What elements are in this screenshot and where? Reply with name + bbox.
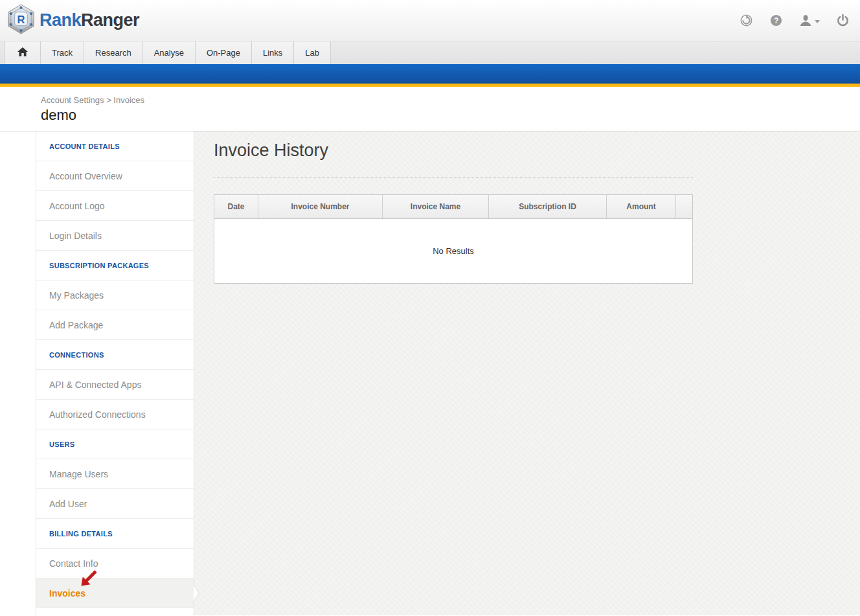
main-nav: Track Research Analyse On-Page Links Lab [0, 41, 860, 64]
breadcrumb[interactable]: Account Settings > Invoices [41, 95, 860, 105]
invoice-table-header: Date Invoice Number Invoice Name Subscri… [214, 195, 692, 219]
sidebar-item-contact-info[interactable]: Contact Info [36, 549, 194, 578]
tab-on-page[interactable]: On-Page [196, 41, 252, 64]
tab-home[interactable] [5, 41, 41, 64]
sync-icon[interactable] [739, 14, 753, 28]
sidebar-item-add-package[interactable]: Add Package [36, 310, 194, 340]
sidebar-section-billing-details: BILLING DETAILS [36, 519, 194, 549]
sidebar-item-account-logo[interactable]: Account Logo [36, 191, 194, 221]
invoice-table: Date Invoice Number Invoice Name Subscri… [214, 194, 693, 284]
empty-state-message: No Results [433, 246, 474, 256]
sidebar-item-invoices[interactable]: Invoices [36, 578, 194, 608]
sidebar-item-manage-users[interactable]: Manage Users [36, 459, 194, 489]
section-title: Invoice History [214, 141, 860, 161]
tab-analyse[interactable]: Analyse [143, 41, 196, 64]
column-header-invoice-name: Invoice Name [383, 195, 489, 218]
header-icons: ? [739, 14, 850, 28]
sidebar-item-add-user[interactable]: Add User [36, 489, 194, 519]
sidebar-item-login-details[interactable]: Login Details [36, 221, 194, 251]
tab-lab[interactable]: Lab [294, 41, 331, 64]
rankranger-logo-icon: R [6, 4, 36, 37]
sidebar-item-authorized-connections[interactable]: Authorized Connections [36, 400, 194, 429]
column-header-amount: Amount [607, 195, 676, 218]
tab-research[interactable]: Research [84, 41, 143, 64]
help-icon[interactable]: ? [769, 14, 783, 28]
banner-bar [0, 64, 860, 87]
selected-item-notch [194, 585, 199, 604]
user-icon [798, 14, 813, 28]
sidebar-item-my-packages[interactable]: My Packages [36, 280, 194, 310]
sidebar-section-subscription-packages: SUBSCRIPTION PACKAGES [36, 251, 194, 280]
svg-text:?: ? [773, 16, 778, 25]
settings-sidebar: ACCOUNT DETAILS Account Overview Account… [36, 131, 194, 615]
breadcrumb-strip: Account Settings > Invoices demo [0, 87, 860, 131]
user-menu[interactable] [798, 14, 820, 28]
column-header-spacer [676, 195, 692, 218]
content-region: ACCOUNT DETAILS Account Overview Account… [0, 131, 860, 615]
sidebar-item-label: Invoices [49, 588, 85, 599]
sidebar-section-users: USERS [36, 429, 194, 459]
home-icon [17, 47, 28, 58]
sidebar-section-account-details: ACCOUNT DETAILS [36, 131, 194, 161]
top-header: R RankRanger ? [0, 0, 860, 41]
logo-letter: R [17, 14, 25, 26]
sidebar-item-account-overview[interactable]: Account Overview [36, 161, 194, 191]
column-header-invoice-number: Invoice Number [258, 195, 383, 218]
tab-track[interactable]: Track [41, 41, 84, 64]
sidebar-section-connections: CONNECTIONS [36, 340, 194, 370]
invoice-table-body: No Results [214, 219, 692, 283]
left-gutter [0, 131, 36, 615]
page-title: demo [41, 107, 860, 124]
logo-wordmark: RankRanger [40, 10, 139, 30]
rankranger-logo[interactable]: R RankRanger [6, 4, 139, 37]
power-icon[interactable] [835, 14, 850, 28]
column-header-date: Date [214, 195, 258, 218]
column-header-subscription-id: Subscription ID [489, 195, 607, 218]
sidebar-item-api-connected-apps[interactable]: API & Connected Apps [36, 370, 194, 400]
main-panel: Invoice History Date Invoice Number Invo… [194, 131, 860, 615]
tab-links[interactable]: Links [252, 41, 294, 64]
chevron-down-icon [815, 20, 820, 23]
title-separator [214, 177, 693, 177]
